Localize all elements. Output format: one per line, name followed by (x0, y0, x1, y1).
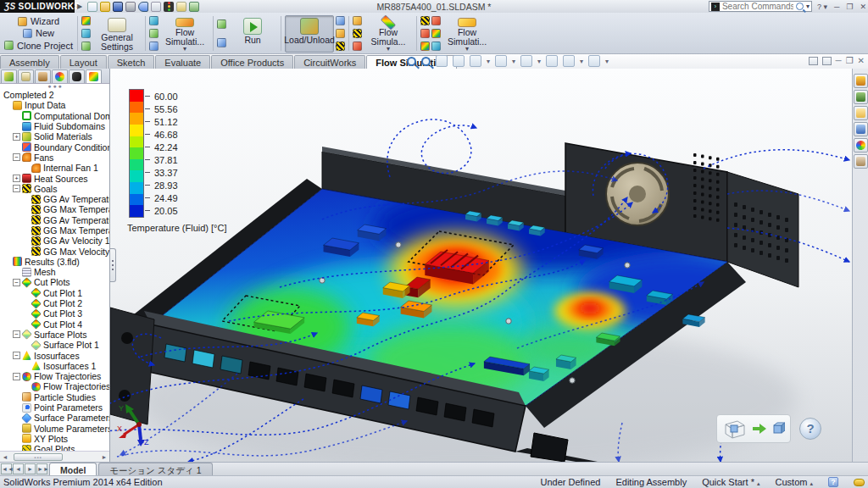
tree-item[interactable]: Computational Domain (2, 111, 109, 121)
display-style-icon[interactable] (495, 55, 507, 67)
last-sheet-button[interactable]: ►► (36, 463, 47, 474)
flow-simulation-conditions-button[interactable]: Flow Simulati...▾ (160, 15, 209, 53)
command-tab-sketch[interactable]: Sketch (108, 55, 155, 69)
task-pane-button-2[interactable] (854, 106, 868, 120)
edit-appearance-icon[interactable] (546, 55, 558, 67)
tree-expander[interactable]: + (13, 133, 20, 141)
tag-icon[interactable] (854, 479, 865, 486)
tree-item[interactable]: Mesh (2, 267, 109, 277)
tree-item[interactable]: Point Parameters (2, 402, 109, 413)
toolbar-preset-selector[interactable]: Custom ▴ (776, 477, 813, 487)
batch-run-icon[interactable] (217, 38, 226, 47)
tree-expander[interactable]: − (13, 153, 20, 161)
scroll-thumb[interactable]: ▪▪▪ (14, 453, 63, 461)
feature-manager-tab-3[interactable] (52, 69, 68, 83)
close-icon[interactable]: ✕ (858, 56, 865, 65)
search-icon[interactable] (796, 3, 804, 10)
component-control-icon[interactable] (81, 29, 91, 38)
zoom-to-area-icon[interactable] (421, 57, 431, 66)
restore-icon[interactable]: ❐ (846, 56, 854, 65)
interface-mode-selector[interactable]: Quick Start * ▴ (702, 477, 760, 487)
quick-tips-icon[interactable]: ? (828, 477, 838, 487)
search-input[interactable] (722, 2, 793, 11)
tree-item[interactable]: GG Max Temperature ( (2, 225, 109, 236)
dropdown-caret[interactable]: ▾ (487, 58, 490, 65)
tree-item[interactable]: Cut Plot 2 (2, 298, 109, 308)
fluid-subdomains-icon[interactable] (149, 29, 159, 38)
first-sheet-button[interactable]: ◄◄ (1, 463, 12, 474)
tree-item[interactable]: GG Max Temperature ( (2, 204, 109, 214)
restore-button[interactable]: ❐ (844, 3, 854, 11)
command-tab-layout[interactable]: Layout (60, 55, 107, 69)
xy-plot-icon[interactable] (420, 16, 430, 25)
previous-view-icon[interactable] (436, 55, 448, 67)
sheet-tab-1[interactable]: モーション スタディ 1 (98, 463, 212, 475)
new-window-icon[interactable] (809, 57, 818, 65)
tree-item[interactable]: −Isosurfaces (2, 350, 109, 360)
capture-image-icon[interactable] (336, 42, 345, 51)
tree-item[interactable]: Volume Parameters (2, 424, 109, 434)
new-project-button[interactable]: New (20, 28, 57, 38)
command-tab-circuitworks[interactable]: CircuitWorks (294, 55, 365, 69)
tree-item[interactable]: Surface Plot 1 (2, 340, 109, 350)
prev-sheet-button[interactable]: ◄ (13, 463, 24, 474)
command-tab-evaluate[interactable]: Evaluate (155, 55, 210, 69)
run-button[interactable]: Run (228, 15, 277, 53)
dropdown-caret[interactable]: ▾ (605, 58, 609, 65)
tree-item[interactable]: Surface Parameters (2, 413, 109, 423)
zoom-to-fit-icon[interactable] (407, 57, 416, 66)
feature-manager-tab-2[interactable] (35, 69, 51, 83)
clone-project-button[interactable]: Clone Project (2, 41, 75, 51)
tree-item[interactable]: −Fans (2, 152, 109, 163)
probe-icon[interactable] (336, 16, 345, 25)
scroll-right-arrow[interactable]: ► (99, 454, 109, 460)
tree-item[interactable]: −Flow Trajectories (2, 371, 109, 381)
wizard-button[interactable]: Wizard (15, 16, 62, 26)
solid-materials-icon[interactable] (431, 29, 441, 38)
command-tab-assembly[interactable]: Assembly (0, 55, 59, 69)
tree-item[interactable]: GG Av Velocity 1 (2, 236, 109, 246)
tree-item[interactable]: −Surface Plots (2, 330, 109, 340)
flow-simulation-results-button[interactable]: Flow Simula...▾ (364, 15, 413, 53)
tree-item[interactable]: Isosurfaces 1 (2, 361, 109, 371)
tree-item[interactable]: Goal Plots (2, 444, 109, 451)
search-commands-box[interactable]: › ▾ (709, 1, 812, 12)
tree-item[interactable]: +Solid Materials (2, 131, 109, 141)
minimize-icon[interactable]: ─ (836, 56, 842, 65)
feature-manager-tab-1[interactable] (18, 69, 34, 83)
cut-plot-icon[interactable] (353, 16, 362, 25)
tree-item[interactable]: Flow Trajectories 1 (2, 381, 109, 391)
mesh-display-icon[interactable] (431, 42, 441, 51)
search-dropdown-caret[interactable]: ▾ (806, 4, 810, 9)
tree-item[interactable]: Boundary Conditions (2, 141, 109, 152)
task-pane-button-5[interactable] (854, 154, 868, 169)
hide-show-items-icon[interactable] (520, 55, 532, 67)
next-sheet-button[interactable]: ► (25, 463, 36, 474)
tree-item[interactable]: −Cut Plots (2, 277, 109, 287)
tree-expander[interactable]: − (13, 279, 20, 286)
tree-expander[interactable]: + (13, 175, 20, 182)
section-view-icon[interactable] (453, 55, 465, 67)
panel-flyout-handle[interactable] (110, 248, 116, 282)
task-pane-button-1[interactable] (854, 90, 868, 104)
tree-expander[interactable]: − (13, 185, 20, 192)
task-pane-button-0[interactable] (854, 74, 868, 88)
load-unload-button[interactable]: Load/Unload (285, 15, 334, 53)
report-icon[interactable] (420, 42, 430, 51)
tree-root-item[interactable]: Completed 2 (2, 90, 109, 100)
close-button[interactable]: ✕ (858, 3, 868, 11)
tree-item[interactable]: GG Av Temperature (So (2, 215, 109, 225)
boundary-conditions-icon[interactable] (149, 42, 159, 51)
apply-scene-icon[interactable] (563, 55, 575, 67)
help-bubble-button[interactable]: ? (799, 418, 821, 440)
flow-simulation-display-button[interactable]: Flow Simulati...▾ (442, 15, 492, 53)
task-pane-button-4[interactable] (854, 138, 868, 152)
sheet-tab-0[interactable]: Model (49, 463, 97, 475)
geometry-check-icon[interactable] (81, 16, 91, 25)
dropdown-caret[interactable]: ▾ (580, 58, 583, 65)
display-parameters-icon[interactable] (336, 29, 345, 38)
view-settings-icon[interactable] (588, 55, 600, 67)
tree-item[interactable]: XY Plots (2, 434, 109, 444)
tree-item[interactable]: Particle Studies (2, 392, 109, 402)
tree-horizontal-scrollbar[interactable]: ◄ ▪▪▪ ► (0, 451, 109, 462)
